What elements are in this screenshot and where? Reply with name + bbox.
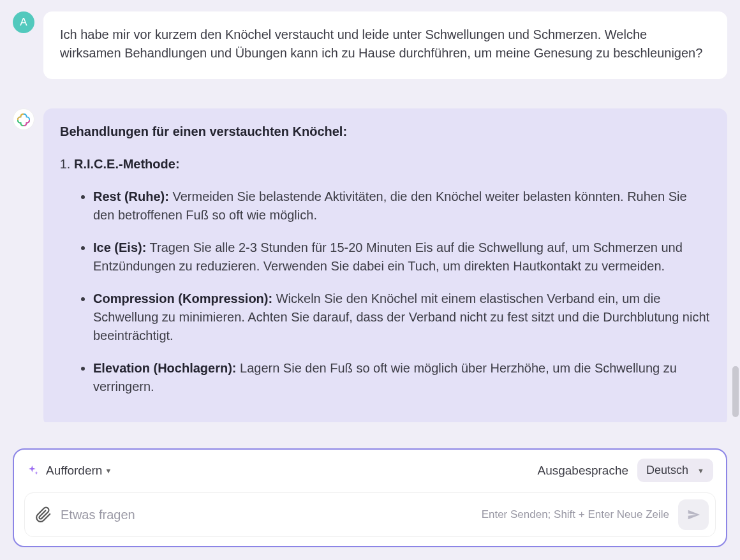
scrollbar-thumb[interactable] xyxy=(732,366,739,417)
user-message-row: A Ich habe mir vor kurzem den Knöchel ve… xyxy=(13,11,727,79)
send-button[interactable] xyxy=(678,499,709,530)
input-hint: Enter Senden; Shift + Enter Neue Zeile xyxy=(482,508,669,521)
sparkle-icon xyxy=(27,464,40,477)
composer-left-controls: Auffordern ▼ xyxy=(27,464,112,478)
attachment-icon[interactable] xyxy=(35,506,52,523)
sub-list-item: Rest (Ruhe): Vermeiden Sie belastende Ak… xyxy=(93,188,711,225)
mode-dropdown[interactable]: Auffordern ▼ xyxy=(46,464,112,478)
user-message-bubble: Ich habe mir vor kurzem den Knöchel vers… xyxy=(43,11,727,79)
term-text: Tragen Sie alle 2-3 Stunden für 15-20 Mi… xyxy=(93,240,683,273)
chevron-down-icon: ▼ xyxy=(697,467,704,475)
mode-label: Auffordern xyxy=(46,464,102,478)
assistant-avatar xyxy=(13,108,34,130)
assistant-heading: Behandlungen für einen verstauchten Knöc… xyxy=(60,122,711,141)
term: Ice (Eis): xyxy=(93,240,146,254)
term: Rest (Ruhe): xyxy=(93,189,169,203)
output-language-label: Ausgabesprache xyxy=(537,464,628,478)
input-row: Enter Senden; Shift + Enter Neue Zeile xyxy=(24,492,716,537)
list-item: R.I.C.E.-Methode: Rest (Ruhe): Vermeiden… xyxy=(74,155,711,396)
term: Compression (Kompression): xyxy=(93,291,272,306)
assistant-logo-icon xyxy=(17,112,31,126)
user-message-text: Ich habe mir vor kurzem den Knöchel vers… xyxy=(60,27,702,60)
list-item-title: R.I.C.E.-Methode: xyxy=(74,157,180,171)
term-text: Vermeiden Sie belastende Aktivitäten, di… xyxy=(93,189,687,222)
user-avatar: A xyxy=(13,11,34,33)
message-input[interactable] xyxy=(61,508,473,522)
user-avatar-letter: A xyxy=(20,16,27,29)
sub-list-item: Ice (Eis): Tragen Sie alle 2-3 Stunden f… xyxy=(93,239,711,276)
sub-list-item: Elevation (Hochlagern): Lagern Sie den F… xyxy=(93,359,711,396)
composer-top-row: Auffordern ▼ Ausgabesprache Deutsch ▼ xyxy=(24,459,716,482)
composer: Auffordern ▼ Ausgabesprache Deutsch ▼ En… xyxy=(13,448,727,547)
term: Elevation (Hochlagern): xyxy=(93,361,236,375)
chevron-down-icon: ▼ xyxy=(105,467,112,475)
sub-list: Rest (Ruhe): Vermeiden Sie belastende Ak… xyxy=(74,188,711,396)
assistant-ordered-list: R.I.C.E.-Methode: Rest (Ruhe): Vermeiden… xyxy=(60,155,711,396)
language-value: Deutsch xyxy=(646,464,688,477)
composer-right-controls: Ausgabesprache Deutsch ▼ xyxy=(537,459,713,482)
assistant-message-bubble: Behandlungen für einen verstauchten Knöc… xyxy=(43,108,727,422)
send-icon xyxy=(686,508,700,522)
language-select[interactable]: Deutsch ▼ xyxy=(637,459,713,482)
assistant-message-row: Behandlungen für einen verstauchten Knöc… xyxy=(13,108,727,422)
sub-list-item: Compression (Kompression): Wickeln Sie d… xyxy=(93,290,711,345)
chat-area: A Ich habe mir vor kurzem den Knöchel ve… xyxy=(0,0,740,422)
